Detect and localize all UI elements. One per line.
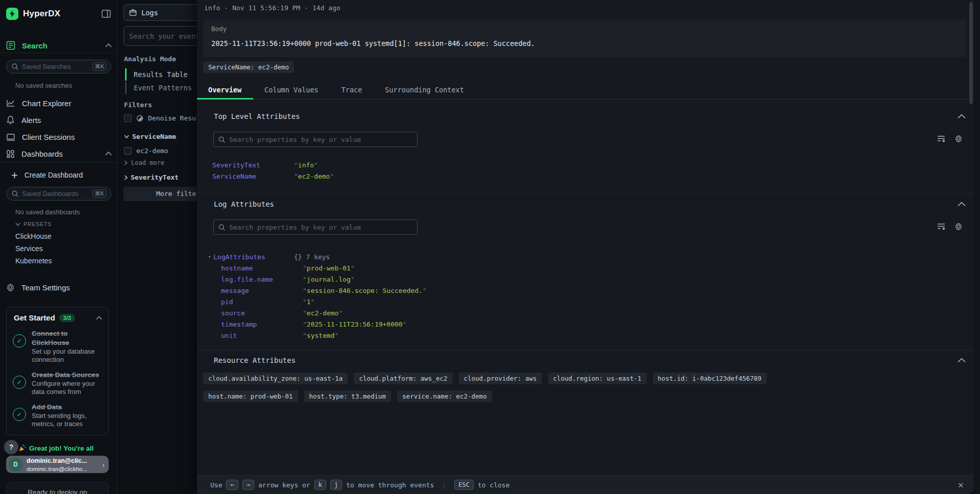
check-circle-icon: ✓ [13, 376, 26, 389]
collapse-section-icon[interactable] [958, 201, 966, 207]
saved-dashboards-input[interactable] [22, 190, 89, 197]
party-popper-icon [18, 444, 27, 452]
footer-text-2: to move through events [346, 481, 434, 489]
gear-icon[interactable] [954, 135, 963, 143]
resource-attribute-badge[interactable]: cloud.provider: aws [459, 373, 542, 384]
collapse-section-icon[interactable] [958, 357, 966, 363]
attribute-value[interactable]: 2025-11-11T23:56:19+0000 [303, 320, 407, 328]
chart-explorer-icon [6, 98, 15, 108]
attribute-key[interactable]: timestamp [221, 320, 303, 328]
mode-event-patterns[interactable]: Event Patterns [125, 82, 192, 94]
sidebar-item-dashboards[interactable]: Dashboards [6, 147, 112, 160]
attribute-key[interactable]: message [221, 287, 303, 294]
sidebar-item-team-settings[interactable]: Team Settings [6, 281, 112, 294]
attribute-value[interactable]: 1 [303, 298, 314, 306]
preset-link[interactable]: Kubernetes [15, 257, 52, 265]
resource-attribute-badge[interactable]: cloud.platform: aws_ec2 [354, 373, 452, 384]
saved-dashboards-kbd: ⌘K [92, 189, 107, 198]
log-attributes-search-box[interactable] [213, 219, 418, 235]
attribute-key[interactable]: source [221, 309, 303, 317]
sidebar-collapse-icon[interactable] [101, 8, 112, 19]
ec2-demo-checkbox[interactable] [124, 147, 132, 155]
help-button[interactable]: ? [4, 440, 18, 454]
search-icon [12, 63, 18, 70]
attribute-value[interactable]: systemd [303, 332, 338, 339]
mode-results-table[interactable]: Results Table [125, 68, 188, 81]
sidebar-item-chart-explorer[interactable]: Chart Explorer [6, 96, 112, 110]
resource-attribute-badge[interactable]: host.type: t3.medium [304, 390, 391, 402]
bell-icon [6, 115, 15, 125]
resource-attribute-badge[interactable]: host.id: i-0abc123def456789 [653, 373, 767, 384]
create-dashboard-button[interactable]: Create Dashboard [11, 168, 112, 182]
service-name-badge[interactable]: ServiceName: ec2-demo [203, 61, 294, 73]
drawer-footer: Use ← → arrow keys or k j to move throug… [197, 475, 974, 494]
tab-column-values[interactable]: Column Values [253, 81, 330, 100]
detail-tabs: Overview Column Values Trace Surrounding… [197, 81, 974, 100]
get-started-item[interactable]: ✓ Add Data Start sending logs, metrics, … [7, 399, 108, 431]
attribute-key[interactable]: log.file.name [221, 276, 303, 283]
wrap-lines-icon[interactable] [937, 223, 946, 230]
collapse-section-icon[interactable] [958, 113, 966, 119]
deploy-note-card[interactable]: Ready to deploy on [6, 482, 109, 494]
chevron-up-icon [105, 43, 112, 47]
severity-level: info [204, 4, 220, 12]
service-filter-row: ec2-demo [124, 147, 168, 155]
scrollbar-thumb[interactable] [969, 2, 973, 104]
attribute-key[interactable]: ServiceName [212, 172, 294, 180]
presets-toggle[interactable]: PRESETS [15, 221, 52, 227]
attribute-key[interactable]: pid [221, 298, 303, 306]
create-dashboard-label: Create Dashboard [24, 171, 112, 179]
tab-surrounding-context[interactable]: Surrounding Context [374, 81, 475, 100]
separator-dot: · [224, 4, 228, 12]
attribute-row: pid 1 [221, 296, 427, 307]
wrap-lines-icon[interactable] [937, 135, 946, 142]
gear-icon[interactable] [954, 223, 963, 231]
resource-attribute-badge[interactable]: service.name: ec2-demo [397, 390, 492, 402]
top-level-search-box[interactable] [213, 132, 418, 147]
get-started-item-title: Add Data [32, 403, 103, 412]
get-started-item[interactable]: ✓ Connect to ClickHouse Set up your data… [7, 325, 108, 366]
load-more-row[interactable]: Load more [124, 159, 164, 166]
tree-caret-icon[interactable]: ▾ [208, 254, 213, 259]
avatar: D [9, 458, 22, 472]
esc-key: ESC [454, 480, 474, 490]
attribute-value[interactable]: info [294, 161, 318, 169]
attribute-row: timestamp 2025-11-11T23:56:19+0000 [221, 318, 427, 330]
sidebar-item-search[interactable]: Search [6, 39, 112, 52]
event-body-card: Body 2025-11-11T23:56:19+0000 prod-web-0… [203, 19, 966, 57]
attribute-key[interactable]: unit [221, 332, 303, 339]
attribute-key[interactable]: SeverityText [212, 161, 294, 169]
log-attributes-search-input[interactable] [229, 224, 412, 231]
event-header: info · Nov 11 5:56:19 PM · 14d ago [204, 4, 340, 12]
denoise-checkbox[interactable] [124, 114, 132, 122]
resource-attribute-badge[interactable]: cloud.region: us-east-1 [548, 373, 647, 384]
user-name: dominic.tran@clic... [27, 457, 87, 464]
preset-link[interactable]: Services [15, 244, 43, 253]
attribute-value[interactable]: ec2-demo [303, 309, 342, 317]
get-started-card: Get Started 3/3 ✓ Connect to ClickHouse … [6, 307, 109, 435]
resource-attribute-badge[interactable]: cloud.availability_zone: us-east-1a [203, 373, 348, 384]
top-level-search-input[interactable] [229, 136, 412, 143]
resource-attribute-badge[interactable]: host.name: prod-web-01 [203, 390, 298, 402]
user-account-chip[interactable]: D dominic.tran@clic... dominic.tran@clic… [6, 456, 109, 473]
tab-trace[interactable]: Trace [330, 81, 374, 100]
attribute-value[interactable]: prod-web-01 [303, 264, 355, 272]
attribute-value[interactable]: journal.log [303, 276, 355, 283]
attribute-key[interactable]: hostname [221, 264, 303, 272]
saved-searches-input[interactable] [22, 63, 89, 70]
close-icon[interactable]: × [958, 479, 964, 490]
service-name-group[interactable]: ServiceName [124, 133, 176, 140]
severity-text-group[interactable]: SeverityText [124, 174, 179, 181]
logs-source-icon [129, 9, 137, 16]
attribute-value[interactable]: ec2-demo [294, 172, 334, 180]
sidebar-item-client-sessions[interactable]: Client Sessions [6, 130, 112, 143]
tab-overview[interactable]: Overview [197, 81, 253, 100]
attribute-value[interactable]: session-846.scope: Succeeded. [303, 287, 427, 294]
saved-searches-search[interactable]: ⌘K [6, 60, 111, 73]
sidebar-item-alerts[interactable]: Alerts [6, 113, 112, 127]
log-attributes-root-key[interactable]: LogAttributes [213, 253, 294, 261]
load-more-label: Load more [131, 159, 164, 166]
get-started-item[interactable]: ✓ Create Data Sources Configure where yo… [7, 366, 108, 399]
saved-dashboards-search[interactable]: ⌘K [6, 187, 111, 201]
preset-link[interactable]: ClickHouse [15, 232, 52, 240]
